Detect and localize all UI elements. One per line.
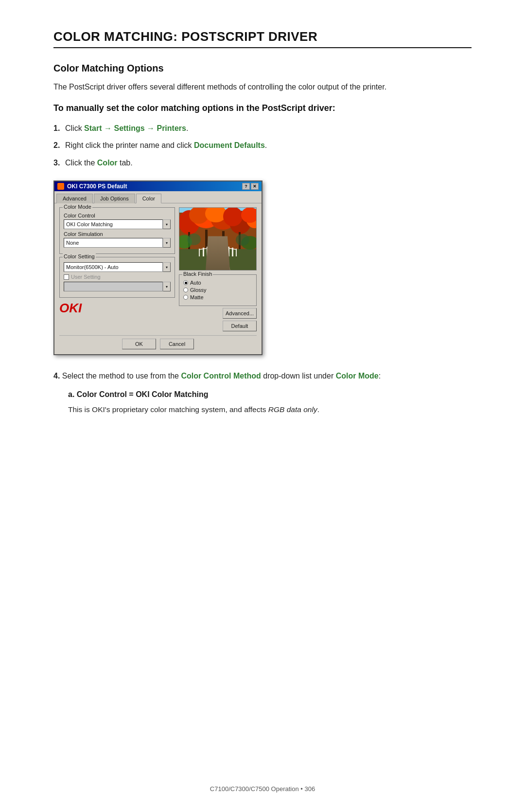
dialog-box: OKI C7300 PS Default ? ✕ Advanced Job Op… [53, 180, 262, 355]
step2-text: Right click the printer name and click D… [65, 139, 267, 152]
dialog-body: Color Mode Color Control OKI Color Match… [54, 203, 262, 354]
black-finish-matte: Matte [183, 294, 252, 300]
step-3: 3. Click the Color tab. [53, 157, 472, 169]
svg-point-28 [187, 234, 201, 245]
black-finish-glossy: Glossy [183, 287, 252, 293]
color-tab-link[interactable]: Color [97, 159, 118, 167]
titlebar-left: OKI C7300 PS Default [57, 183, 127, 190]
titlebar-controls: ? ✕ [242, 183, 259, 190]
dialog-title: OKI C7300 PS Default [67, 183, 127, 190]
color-setting-content: Monitor(6500K) - Auto ▾ User Setting [64, 262, 171, 291]
svg-marker-16 [206, 249, 230, 271]
color-mode-group: Color Mode Color Control OKI Color Match… [59, 207, 175, 254]
ok-button[interactable]: OK [122, 339, 156, 349]
sub-item-a-body: This is OKI's proprietary color matching… [68, 404, 472, 416]
user-setting-row: User Setting [64, 274, 171, 280]
color-setting-title: Color Setting [63, 253, 96, 259]
dialog-left-column: Color Mode Color Control OKI Color Match… [59, 207, 175, 331]
group-content: Color Control OKI Color Matching ▾ Color… [64, 213, 171, 248]
dialog-titlebar: OKI C7300 PS Default ? ✕ [54, 181, 262, 191]
color-control-method-link[interactable]: Color Control Method [181, 372, 261, 380]
color-simulation-dropdown[interactable]: None ▾ [64, 238, 171, 248]
step3-num: 3. [53, 157, 62, 169]
section1-body: The PostScript driver offers several dif… [53, 81, 472, 93]
dropdown-arrow-4[interactable]: ▾ [163, 282, 171, 291]
svg-rect-12 [205, 230, 208, 249]
black-finish-title: Black Finish [182, 271, 213, 277]
glossy-label: Glossy [190, 287, 207, 293]
tab-color[interactable]: Color [136, 194, 161, 203]
black-finish-group: Black Finish Auto Glossy [179, 274, 257, 306]
document-defaults-link[interactable]: Document Defaults [194, 141, 265, 149]
color-simulation-value[interactable]: None [64, 238, 163, 248]
matte-label: Matte [190, 294, 204, 300]
preview-svg [179, 208, 257, 271]
bottom-section: 4. Select the method to use from the Col… [53, 370, 472, 415]
page-footer: C7100/C7300/C7500 Operation • 306 [210, 785, 315, 793]
dialog-content-area: Color Mode Color Control OKI Color Match… [59, 207, 257, 331]
step-1: 1. Click Start → Settings → Printers. [53, 122, 472, 135]
dialog-right-column: Black Finish Auto Glossy [179, 207, 257, 331]
rgb-data-italic: RGB data only [268, 405, 317, 414]
color-control-dropdown[interactable]: OKI Color Matching ▾ [64, 219, 171, 229]
cancel-button[interactable]: Cancel [160, 339, 194, 349]
page-title: COLOR MATCHING: POSTSCRIPT DRIVER [53, 29, 472, 48]
radio-auto[interactable] [183, 280, 188, 285]
tab-job-options[interactable]: Job Options [94, 194, 135, 203]
black-finish-auto: Auto [183, 280, 252, 286]
steps-list: 1. Click Start → Settings → Printers. 2.… [53, 122, 472, 169]
step-2: 2. Right click the printer name and clic… [53, 139, 472, 152]
step1-num: 1. [53, 122, 62, 135]
color-setting-value[interactable]: Monitor(6500K) - Auto [64, 262, 163, 272]
sub-items-list: a. Color Control = OKI Color Matching Th… [68, 388, 472, 415]
radio-matte[interactable] [183, 295, 188, 300]
help-button[interactable]: ? [242, 183, 250, 190]
svg-point-29 [236, 234, 249, 246]
dialog-tabs: Advanced Job Options Color [54, 191, 262, 203]
oki-logo: OKI [59, 301, 175, 316]
user-setting-checkbox[interactable] [64, 274, 69, 280]
dropdown-arrow-1[interactable]: ▾ [163, 219, 171, 229]
color-mode-link[interactable]: Color Mode [336, 372, 379, 380]
color-control-label: Color Control [64, 213, 171, 218]
color-mode-title: Color Mode [63, 204, 92, 210]
color-setting-group: Color Setting Monitor(6500K) - Auto ▾ [59, 257, 175, 298]
dropdown-arrow-2[interactable]: ▾ [163, 238, 171, 248]
color-simulation-label: Color Simulation [64, 231, 171, 237]
settings-link[interactable]: Settings [114, 124, 144, 132]
user-setting-dropdown[interactable]: ▾ [64, 282, 171, 291]
printers-link[interactable]: Printers [157, 124, 186, 132]
black-finish-options: Auto Glossy Matte [183, 280, 252, 300]
step2-num: 2. [53, 139, 62, 152]
sub-item-a-heading: a. Color Control = OKI Color Matching [68, 388, 472, 401]
tab-advanced[interactable]: Advanced [56, 194, 93, 203]
start-link[interactable]: Start [84, 124, 102, 132]
dialog-wrapper: OKI C7300 PS Default ? ✕ Advanced Job Op… [53, 180, 472, 355]
step3-text: Click the Color tab. [65, 157, 133, 169]
auto-label: Auto [190, 280, 201, 286]
color-control-value[interactable]: OKI Color Matching [64, 219, 163, 229]
step4-text: 4. Select the method to use from the Col… [53, 370, 472, 382]
step4-num: 4. [53, 372, 60, 380]
radio-glossy[interactable] [183, 288, 188, 292]
dialog-icon [57, 183, 64, 190]
section2-heading: To manually set the color matching optio… [53, 103, 472, 113]
user-setting-label: User Setting [71, 274, 101, 280]
svg-marker-17 [216, 249, 221, 271]
advanced-button[interactable]: Advanced... [223, 308, 257, 319]
color-preview-image [179, 207, 257, 271]
close-button[interactable]: ✕ [251, 183, 259, 190]
color-setting-dropdown[interactable]: Monitor(6500K) - Auto ▾ [64, 262, 171, 272]
svg-rect-13 [222, 231, 225, 250]
section1-heading: Color Matching Options [53, 63, 472, 74]
dropdown-arrow-3[interactable]: ▾ [163, 262, 171, 272]
sub-item-a: a. Color Control = OKI Color Matching Th… [68, 388, 472, 415]
step1-text: Click Start → Settings → Printers. [65, 122, 188, 135]
side-buttons: Advanced... Default [179, 308, 257, 331]
dialog-footer-buttons: OK Cancel [59, 335, 257, 349]
svg-rect-15 [179, 249, 257, 271]
user-setting-dropdown-value[interactable] [64, 282, 163, 291]
default-button[interactable]: Default [223, 321, 257, 331]
